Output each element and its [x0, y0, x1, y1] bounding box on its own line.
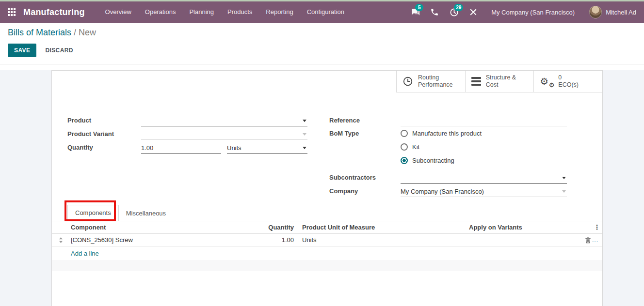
add-a-line-link[interactable]: Add a line	[71, 250, 99, 257]
tab-components[interactable]: Components	[67, 205, 119, 221]
gears-icon: ⚙⚙	[540, 76, 553, 86]
bom-type-label: BoM Type	[329, 130, 401, 137]
nav-item-overview[interactable]: Overview	[98, 1, 138, 23]
company-field-row: Company My Company (San Francisco)	[329, 184, 570, 197]
chevron-down-icon	[562, 177, 566, 179]
breadcrumb-parent-link[interactable]: Bills of Materials	[8, 28, 71, 37]
bom-type-row-kit: Kit	[329, 140, 570, 153]
cell-component[interactable]: [CONS_25630] Screw	[69, 236, 242, 244]
product-select[interactable]	[141, 116, 307, 126]
clock-icon	[402, 76, 413, 87]
chevron-down-icon	[562, 190, 566, 193]
row-ellipsis: ...	[592, 237, 598, 244]
table-row[interactable]: [CONS_25630] Screw 1.00 Units ...	[52, 233, 602, 247]
reference-label: Reference	[329, 117, 401, 126]
reference-input-wrap	[401, 116, 567, 126]
uom-select[interactable]: Units	[227, 143, 307, 153]
add-line-row: Add a line	[52, 247, 602, 260]
tools-icon[interactable]	[466, 5, 481, 19]
stat-button-box: Routing Performance Structure & Cost ⚙⚙ …	[396, 71, 602, 92]
cell-uom[interactable]: Units	[296, 236, 460, 244]
tab-miscellaneous[interactable]: Miscellaneous	[119, 206, 173, 221]
quantity-input-wrap	[141, 143, 221, 153]
header-quantity[interactable]: Quantity	[242, 224, 296, 231]
user-menu[interactable]: Mitchell Ad	[589, 6, 636, 18]
content-background: Routing Performance Structure & Cost ⚙⚙ …	[0, 70, 644, 306]
quantity-label: Quantity	[67, 144, 141, 153]
save-button[interactable]: SAVE	[8, 44, 36, 57]
reference-input[interactable]	[401, 117, 567, 124]
app-title[interactable]: Manufacturing	[23, 7, 85, 17]
radio-icon[interactable]	[401, 130, 408, 137]
radio-checked-icon[interactable]	[401, 157, 408, 164]
nav-item-configuration[interactable]: Configuration	[300, 1, 351, 23]
drag-handle-icon[interactable]	[52, 237, 69, 243]
delete-row-trash-icon[interactable]	[585, 237, 591, 244]
activities-clock-icon[interactable]: 29	[447, 5, 461, 19]
empty-row-stripe	[52, 260, 602, 271]
reference-field-row: Reference	[329, 113, 570, 126]
structure-cost-button[interactable]: Structure & Cost	[465, 71, 534, 92]
bars-icon	[471, 77, 481, 86]
chevron-down-icon	[303, 120, 306, 122]
form-sheet: Routing Performance Structure & Cost ⚙⚙ …	[51, 70, 603, 306]
radio-icon[interactable]	[401, 143, 408, 151]
phone-icon[interactable]	[427, 5, 442, 19]
nav-item-reporting[interactable]: Reporting	[259, 1, 300, 23]
chevron-down-icon	[303, 147, 306, 149]
components-table: Component Quantity Product Unit of Measu…	[52, 221, 602, 271]
apps-grid-icon[interactable]	[8, 8, 16, 16]
bom-type-row: BoM Type Manufacture this product	[329, 126, 570, 140]
user-name: Mitchell Ad	[606, 9, 636, 16]
header-component[interactable]: Component	[52, 224, 242, 231]
product-field-row: Product	[67, 113, 310, 126]
product-variant-field-row: Product Variant	[67, 126, 310, 140]
quantity-field-row: Quantity Units	[67, 140, 310, 153]
eco-button[interactable]: ⚙⚙ 0 ECO(s)	[533, 71, 602, 92]
breadcrumb: Bills of Materials / New	[8, 28, 636, 38]
nav-item-planning[interactable]: Planning	[182, 1, 221, 23]
discard-button[interactable]: DISCARD	[45, 47, 73, 54]
button-box-row: Routing Performance Structure & Cost ⚙⚙ …	[52, 71, 602, 92]
messages-badge: 5	[415, 4, 423, 11]
user-avatar	[589, 6, 602, 18]
breadcrumb-separator: /	[71, 28, 79, 37]
systray: 5 29	[408, 5, 481, 19]
activities-badge: 29	[454, 4, 463, 11]
header-apply-on-variants[interactable]: Apply on Variants	[460, 224, 573, 231]
structure-cost-label: Structure & Cost	[486, 74, 516, 89]
subcontractors-select[interactable]	[401, 173, 567, 184]
company-switcher[interactable]: My Company (San Francisco)	[491, 9, 575, 16]
company-select[interactable]: My Company (San Francisco)	[401, 186, 567, 197]
radio-subcontracting[interactable]: Subcontracting	[401, 153, 454, 168]
table-header-row: Component Quantity Product Unit of Measu…	[52, 221, 602, 233]
nav-menu: Overview Operations Planning Products Re…	[98, 1, 351, 23]
nav-item-products[interactable]: Products	[221, 1, 259, 23]
quantity-input[interactable]	[141, 144, 221, 152]
bom-type-row-subcontracting: Subcontracting	[329, 153, 570, 167]
company-label: Company	[329, 187, 401, 197]
radio-kit[interactable]: Kit	[401, 140, 419, 154]
messages-icon[interactable]: 5	[408, 5, 422, 19]
routing-performance-label: Routing Performance	[418, 74, 453, 89]
control-panel: Bills of Materials / New SAVE DISCARD	[0, 23, 644, 64]
cell-quantity[interactable]: 1.00	[242, 236, 296, 244]
subcontractors-label: Subcontractors	[329, 174, 401, 184]
eco-label: 0 ECO(s)	[558, 74, 579, 89]
product-label: Product	[67, 117, 141, 126]
breadcrumb-current: New	[79, 28, 96, 37]
radio-manufacture[interactable]: Manufacture this product	[401, 126, 482, 140]
product-variant-label: Product Variant	[67, 130, 141, 140]
main-navbar: Manufacturing Overview Operations Planni…	[0, 1, 644, 23]
notebook-tabs: Components Miscellaneous	[52, 205, 602, 221]
form-area: Product Product Variant Quantity	[52, 92, 602, 205]
routing-performance-button[interactable]: Routing Performance	[396, 71, 465, 92]
chevron-down-icon	[303, 133, 306, 136]
header-uom[interactable]: Product Unit of Measure	[296, 224, 460, 231]
optional-columns-icon[interactable]: ⋮	[594, 224, 600, 230]
product-variant-select[interactable]	[141, 129, 307, 140]
nav-item-operations[interactable]: Operations	[138, 1, 183, 23]
subcontractors-field-row: Subcontractors	[329, 170, 570, 184]
